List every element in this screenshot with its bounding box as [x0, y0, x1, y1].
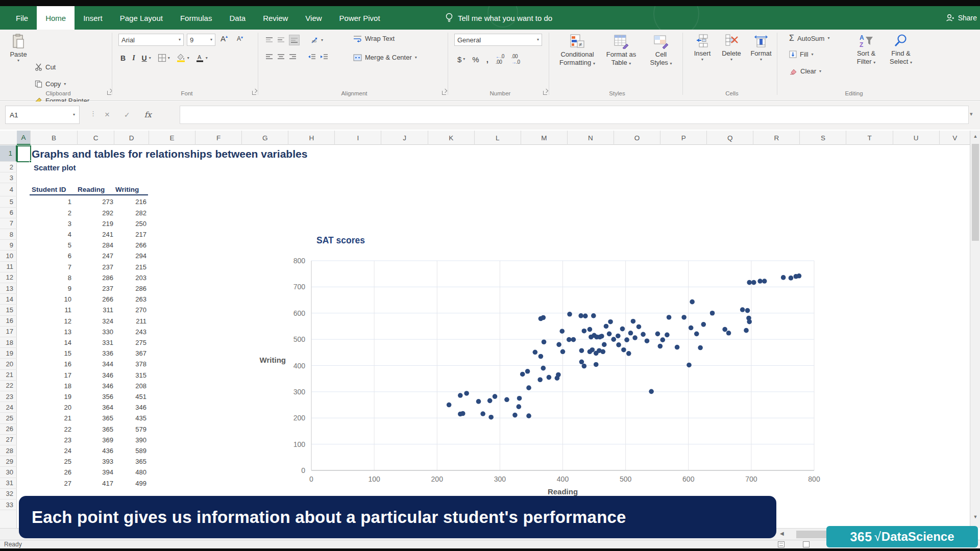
- vertical-scroll-thumb[interactable]: [972, 144, 979, 241]
- align-left-icon[interactable]: [265, 54, 273, 60]
- column-header-C[interactable]: C: [78, 131, 114, 145]
- cell-writing[interactable]: 217: [109, 231, 146, 238]
- share-button[interactable]: Share: [945, 6, 978, 30]
- row-header-5[interactable]: 5: [0, 196, 17, 207]
- cell-reading[interactable]: 365: [77, 414, 113, 422]
- orientation-caret[interactable]: ▾: [321, 38, 323, 42]
- tab-review[interactable]: Review: [254, 6, 297, 30]
- cell-reading[interactable]: 241: [77, 231, 113, 238]
- conditional-formatting-button[interactable]: ≠ ConditionalFormatting ▾: [555, 34, 599, 67]
- shrink-font-button[interactable]: A▾: [237, 35, 243, 42]
- orientation-icon[interactable]: ab: [311, 36, 320, 44]
- number-dialog-launcher[interactable]: [543, 91, 547, 95]
- cell-student-id[interactable]: 25: [31, 458, 71, 465]
- format-as-table-button[interactable]: Format asTable ▾: [600, 34, 642, 67]
- page-layout-view-icon[interactable]: [803, 541, 810, 547]
- cell-student-id[interactable]: 18: [31, 382, 71, 390]
- row-header-28[interactable]: 28: [0, 445, 17, 456]
- row-header-24[interactable]: 24: [0, 402, 17, 413]
- cell-student-id[interactable]: 17: [31, 371, 71, 379]
- row-header-18[interactable]: 18: [0, 337, 17, 348]
- enter-formula-icon[interactable]: ✓: [124, 111, 130, 119]
- column-header-Q[interactable]: Q: [707, 131, 753, 145]
- tab-view[interactable]: View: [297, 6, 330, 30]
- align-right-icon[interactable]: [289, 54, 297, 60]
- increase-decimal-button[interactable]: ←.0.00: [496, 54, 504, 65]
- copy-button[interactable]: Copy ▾: [35, 80, 66, 88]
- paste-button[interactable]: Paste ▾: [5, 34, 32, 63]
- cell-writing[interactable]: 286: [109, 285, 146, 292]
- row-header-1[interactable]: 1: [0, 145, 17, 162]
- cell-reading[interactable]: 364: [77, 404, 113, 411]
- row-header-20[interactable]: 20: [0, 359, 17, 369]
- row-header-15[interactable]: 15: [0, 305, 17, 315]
- font-dialog-launcher[interactable]: [252, 91, 256, 95]
- cell-reading[interactable]: 394: [77, 468, 113, 476]
- insert-function-icon[interactable]: fx: [144, 110, 152, 119]
- align-bottom-button[interactable]: [289, 35, 300, 45]
- increase-indent-icon[interactable]: [320, 54, 328, 60]
- row-header-4[interactable]: 4: [0, 183, 17, 196]
- cell-reading[interactable]: 346: [77, 371, 113, 379]
- row-header-23[interactable]: 23: [0, 391, 17, 402]
- cell-writing[interactable]: 203: [109, 274, 146, 282]
- tab-formulas[interactable]: Formulas: [172, 6, 221, 30]
- currency-caret[interactable]: ▾: [463, 57, 465, 61]
- expand-formula-bar-icon[interactable]: ▾: [970, 111, 973, 117]
- row-header-8[interactable]: 8: [0, 229, 17, 240]
- cell-reading[interactable]: 344: [77, 360, 113, 368]
- align-top-icon[interactable]: [265, 37, 273, 43]
- row-header-32[interactable]: 32: [0, 489, 17, 499]
- column-header-K[interactable]: K: [428, 131, 475, 145]
- cell-student-id[interactable]: 10: [31, 295, 71, 303]
- cut-button[interactable]: Cut: [35, 63, 56, 71]
- cell-student-id[interactable]: 2: [31, 209, 71, 217]
- cell-writing[interactable]: 250: [109, 220, 146, 228]
- cell-student-id[interactable]: 21: [31, 414, 71, 422]
- row-header-31[interactable]: 31: [0, 478, 17, 489]
- cell-student-id[interactable]: 14: [31, 339, 71, 346]
- cell-writing[interactable]: 589: [109, 447, 146, 455]
- row-header-14[interactable]: 14: [0, 294, 17, 305]
- cell-writing[interactable]: 216: [109, 198, 146, 206]
- cell-reading[interactable]: 331: [77, 339, 113, 346]
- cell-writing[interactable]: 499: [109, 480, 146, 487]
- row-header-10[interactable]: 10: [0, 251, 17, 261]
- comma-button[interactable]: ,: [486, 55, 488, 64]
- decrease-decimal-button[interactable]: .00→.0: [511, 54, 520, 65]
- row-header-17[interactable]: 17: [0, 327, 17, 337]
- cell-student-id[interactable]: 6: [31, 252, 71, 260]
- cell-writing[interactable]: 266: [109, 241, 146, 249]
- row-header-11[interactable]: 11: [0, 262, 17, 272]
- column-header-B[interactable]: B: [31, 131, 78, 145]
- cell-writing[interactable]: 480: [109, 468, 146, 476]
- fill-color-icon[interactable]: [177, 54, 186, 62]
- borders-icon[interactable]: [158, 54, 166, 62]
- column-header-H[interactable]: H: [288, 131, 335, 145]
- name-box[interactable]: A1 ▾: [5, 106, 80, 124]
- normal-view-icon[interactable]: [778, 541, 785, 547]
- cell-reading[interactable]: 330: [77, 328, 113, 336]
- cancel-formula-icon[interactable]: ×: [105, 110, 110, 120]
- percent-button[interactable]: %: [472, 55, 479, 64]
- cell-student-id[interactable]: 7: [31, 263, 71, 271]
- row-header-19[interactable]: 19: [0, 348, 17, 359]
- cell-reading[interactable]: 393: [77, 458, 113, 465]
- cell-styles-button[interactable]: CellStyles ▾: [643, 34, 679, 67]
- cell-student-id[interactable]: 27: [31, 480, 71, 487]
- cell-student-id[interactable]: 15: [31, 349, 71, 357]
- column-header-O[interactable]: O: [614, 131, 660, 145]
- cell-student-id[interactable]: 23: [31, 436, 71, 444]
- fill-button[interactable]: Fill ▾: [789, 51, 814, 58]
- cell-student-id[interactable]: 9: [31, 285, 71, 292]
- delete-cells-button[interactable]: Delete ▾: [717, 34, 746, 62]
- tab-insert[interactable]: Insert: [75, 6, 111, 30]
- cell-student-id[interactable]: 8: [31, 274, 71, 282]
- font-color-caret[interactable]: ▾: [206, 56, 208, 60]
- row-header-21[interactable]: 21: [0, 370, 17, 381]
- cell-writing[interactable]: 390: [109, 436, 146, 444]
- sort-filter-button[interactable]: A Z Sort &Filter ▾: [850, 34, 882, 66]
- row-header-16[interactable]: 16: [0, 316, 17, 327]
- number-format-combo[interactable]: General▾: [454, 34, 542, 46]
- cell-writing[interactable]: 208: [109, 382, 146, 390]
